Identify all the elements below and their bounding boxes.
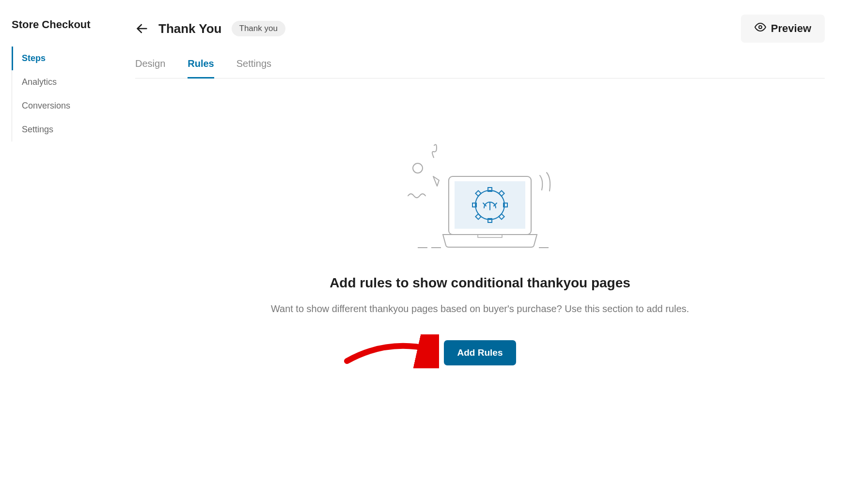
svg-point-1 <box>759 26 762 29</box>
preview-button-label: Preview <box>771 22 811 35</box>
add-rules-button[interactable]: Add Rules <box>444 340 517 365</box>
add-rules-button-label: Add Rules <box>457 347 503 358</box>
tab-label: Design <box>135 58 165 69</box>
red-arrow-annotation <box>342 334 439 368</box>
svg-point-2 <box>413 163 423 173</box>
laptop-illustration <box>400 142 560 255</box>
empty-state: Add rules to show conditional thankyou p… <box>135 142 825 365</box>
sidebar: Store Checkout Steps Analytics Conversio… <box>0 0 124 504</box>
tab-label: Rules <box>188 58 214 69</box>
tab-design[interactable]: Design <box>135 58 165 79</box>
empty-state-description: Want to show different thankyou pages ba… <box>271 300 689 317</box>
back-arrow-icon[interactable] <box>135 22 149 35</box>
main-content: Thank You Thank you Preview Design Rules… <box>124 0 849 504</box>
sidebar-item-label: Steps <box>22 53 46 63</box>
header-left: Thank You Thank you <box>135 21 285 36</box>
sidebar-items: Steps Analytics Conversions Settings <box>12 47 119 142</box>
sidebar-item-steps[interactable]: Steps <box>12 47 119 70</box>
page-header: Thank You Thank you Preview <box>135 15 825 43</box>
sidebar-item-label: Analytics <box>22 77 57 87</box>
tab-rules[interactable]: Rules <box>188 58 214 79</box>
preview-button[interactable]: Preview <box>741 15 825 43</box>
sidebar-title: Store Checkout <box>12 18 119 31</box>
sidebar-item-label: Conversions <box>22 101 70 110</box>
page-title: Thank You <box>158 21 222 36</box>
sidebar-item-settings[interactable]: Settings <box>12 118 119 142</box>
eye-icon <box>755 21 766 36</box>
tabs: Design Rules Settings <box>135 58 825 79</box>
status-badge: Thank you <box>232 21 285 36</box>
sidebar-item-label: Settings <box>22 125 53 134</box>
empty-state-title: Add rules to show conditional thankyou p… <box>330 275 630 291</box>
sidebar-item-analytics[interactable]: Analytics <box>12 70 119 94</box>
tab-label: Settings <box>236 58 271 69</box>
sidebar-item-conversions[interactable]: Conversions <box>12 94 119 118</box>
tab-settings[interactable]: Settings <box>236 58 271 79</box>
